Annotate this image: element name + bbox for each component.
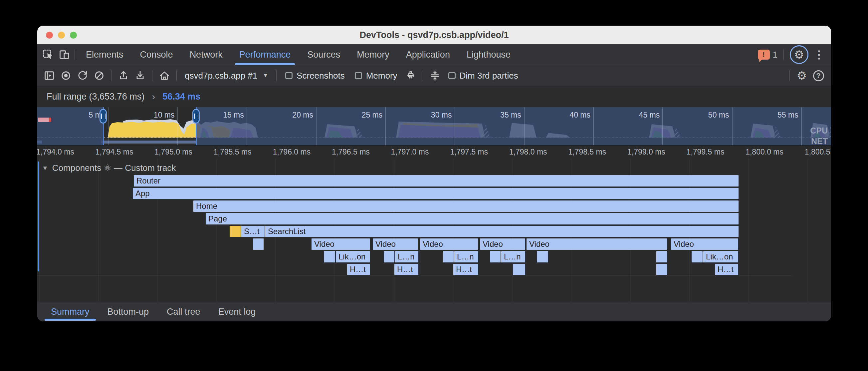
- separator: [111, 70, 112, 81]
- tab-elements[interactable]: Elements: [78, 44, 132, 65]
- inspect-element-icon[interactable]: [41, 47, 55, 62]
- selected-range-crumb[interactable]: 56.34 ms: [162, 92, 200, 102]
- dim-3rd-parties-checkbox[interactable]: Dim 3rd parties: [444, 70, 522, 81]
- flame-bar[interactable]: [443, 251, 454, 262]
- overview-gridline: [662, 107, 663, 145]
- flame-bar-video[interactable]: Video: [312, 238, 370, 250]
- capture-settings-button[interactable]: ⚙: [795, 68, 809, 83]
- flame-bar-router[interactable]: Router: [134, 175, 739, 187]
- flame-bar-app[interactable]: App: [133, 188, 739, 199]
- flame-bar-video[interactable]: Video: [527, 238, 667, 250]
- custom-track-header[interactable]: ▼ Components ⚛ — Custom track: [42, 163, 176, 173]
- flame-bar-page[interactable]: Page: [206, 213, 739, 225]
- track-divider: [37, 275, 791, 276]
- tab-memory[interactable]: Memory: [348, 44, 398, 65]
- flame-bar-l-n[interactable]: L…n: [395, 251, 418, 262]
- flame-bar-h-t[interactable]: H…t: [347, 264, 370, 275]
- ruler-tick-label: 1,800.0 ms: [746, 147, 783, 156]
- flame-bar-lik-on[interactable]: Lik…on: [336, 251, 370, 262]
- overview-tick-label: 35 ms: [475, 111, 521, 119]
- devtools-tabbar: ElementsConsoleNetworkPerformanceSources…: [37, 44, 831, 65]
- flame-bar[interactable]: [656, 264, 667, 275]
- flame-bar-h-t[interactable]: H…t: [453, 264, 478, 275]
- flame-gridline: [807, 159, 808, 302]
- tab-performance[interactable]: Performance: [231, 44, 299, 65]
- zoom-window-button[interactable]: [70, 32, 77, 39]
- flame-bar-s-t[interactable]: S…t: [241, 226, 265, 237]
- window-titlebar[interactable]: DevTools - qsvd7p.csb.app/video/1: [37, 26, 831, 44]
- overview-gridline: [732, 107, 733, 145]
- flame-bar[interactable]: [513, 264, 525, 275]
- minimize-window-button[interactable]: [58, 32, 65, 39]
- flame-bar[interactable]: [253, 238, 264, 250]
- ruler-tick-label: 1,794.5 ms: [95, 147, 133, 156]
- flame-bar[interactable]: [490, 251, 501, 262]
- screenshots-checkbox[interactable]: Screenshots: [281, 70, 349, 81]
- overview-tick-label: 40 ms: [544, 111, 590, 119]
- upload-profile-button[interactable]: [116, 68, 131, 83]
- home-button[interactable]: [157, 68, 172, 83]
- flame-bar[interactable]: [537, 251, 548, 262]
- checkbox-icon: [355, 72, 362, 79]
- details-tab-call-tree[interactable]: Call tree: [158, 302, 209, 321]
- chevron-down-icon: ▼: [262, 72, 268, 79]
- flame-bar[interactable]: [384, 251, 394, 262]
- collect-garbage-button[interactable]: [403, 68, 418, 83]
- collapse-triangle-icon[interactable]: ▼: [42, 165, 48, 172]
- issues-button[interactable]: ! 1: [758, 50, 777, 60]
- flame-bar-h-t[interactable]: H…t: [715, 264, 738, 275]
- flame-bar-home[interactable]: Home: [193, 200, 739, 212]
- tab-console[interactable]: Console: [132, 44, 181, 65]
- chevron-right-icon: ›: [152, 91, 155, 102]
- record-and-reload-button[interactable]: [75, 68, 90, 83]
- overview-tick-label: 50 ms: [683, 111, 729, 119]
- flame-bar-h-t[interactable]: H…t: [394, 264, 418, 275]
- tab-sources[interactable]: Sources: [299, 44, 348, 65]
- flame-bar[interactable]: [230, 226, 241, 237]
- flame-bar[interactable]: [656, 251, 667, 262]
- flame-gridline: [39, 159, 40, 302]
- download-profile-button[interactable]: [133, 68, 148, 83]
- overview-gridline: [177, 107, 178, 145]
- flame-bar-l-n[interactable]: L…n: [501, 251, 525, 262]
- tab-network[interactable]: Network: [181, 44, 231, 65]
- close-window-button[interactable]: [46, 32, 53, 39]
- ruler-tick-label: 1,799.0 ms: [627, 147, 665, 156]
- tab-application[interactable]: Application: [398, 44, 458, 65]
- clear-recording-button[interactable]: [92, 68, 106, 83]
- right-resize-handle[interactable]: [192, 109, 200, 123]
- overview-tick-label: 25 ms: [336, 111, 382, 119]
- flame-bar-searchlist[interactable]: SearchList: [265, 226, 739, 237]
- record-button[interactable]: [59, 68, 73, 83]
- flame-bar-video[interactable]: Video: [671, 238, 738, 250]
- settings-button[interactable]: ⚙: [790, 45, 808, 64]
- toggle-sidebar-button[interactable]: [42, 68, 57, 83]
- details-tab-bottom-up[interactable]: Bottom-up: [98, 302, 158, 321]
- traffic-lights: [46, 26, 77, 44]
- flame-bar-l-n[interactable]: L…n: [454, 251, 478, 262]
- memory-checkbox[interactable]: Memory: [351, 70, 401, 81]
- details-tab-summary[interactable]: Summary: [42, 302, 98, 321]
- flame-bar-video[interactable]: Video: [480, 238, 525, 250]
- details-tab-event-log[interactable]: Event log: [209, 302, 265, 321]
- flame-bar-video[interactable]: Video: [420, 238, 478, 250]
- overview-tick-label: 5 ms: [59, 111, 105, 119]
- target-selector[interactable]: qsvd7p.csb.app #1 ▼: [181, 70, 272, 81]
- tab-lighthouse[interactable]: Lighthouse: [458, 44, 519, 65]
- ruler-tick-label: 1,797.5 ms: [450, 147, 488, 156]
- device-toolbar-icon[interactable]: [57, 47, 72, 62]
- timeline-overview[interactable]: 5 ms10 ms15 ms20 ms25 ms30 ms35 ms40 ms4…: [37, 107, 831, 146]
- flame-bar[interactable]: [692, 251, 703, 262]
- left-resize-handle[interactable]: [99, 109, 107, 123]
- help-button[interactable]: ?: [811, 68, 826, 83]
- more-options-button[interactable]: ⋮: [812, 47, 827, 62]
- gear-icon: ⚙: [797, 69, 807, 82]
- separator: [783, 49, 784, 60]
- full-range-crumb[interactable]: Full range (3,653.76 ms): [46, 92, 145, 102]
- flame-chart[interactable]: ▼ Components ⚛ — Custom track RouterAppH…: [37, 159, 831, 302]
- collapse-sections-button[interactable]: [428, 68, 442, 83]
- flame-bar-video[interactable]: Video: [373, 238, 418, 250]
- flame-bar[interactable]: [324, 251, 335, 262]
- ruler-tick-label: 1,796.5 ms: [332, 147, 370, 156]
- flame-bar-lik-on[interactable]: Lik…on: [703, 251, 738, 262]
